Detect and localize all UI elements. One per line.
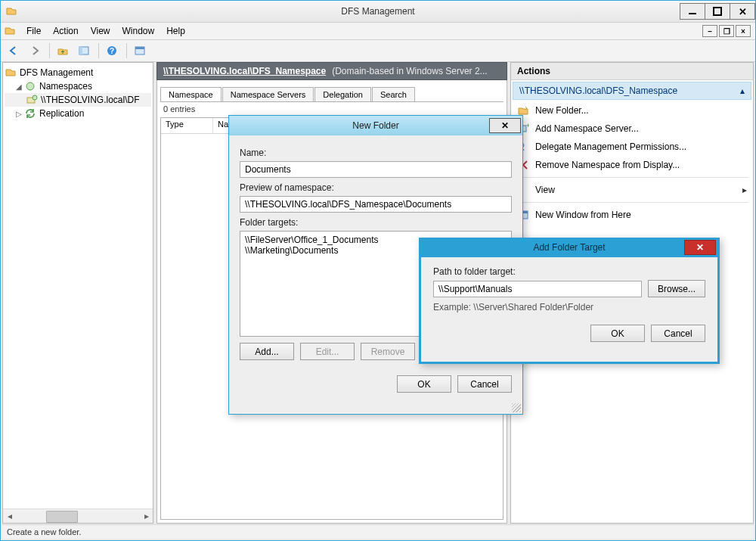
actions-namespace-header[interactable]: \\THESOLVING.local\DFS_Namespace ▴ [513,82,751,100]
action-new-folder[interactable]: New Folder... [511,101,753,120]
menu-file[interactable]: File [20,23,47,39]
menu-action[interactable]: Action [47,23,84,39]
preview-input [240,196,512,213]
help-button[interactable]: ? [102,41,122,61]
browse-button[interactable]: Browse... [648,280,705,297]
menu-help[interactable]: Help [160,23,191,39]
show-hide-tree-button[interactable] [74,41,94,61]
replication-icon [24,107,36,120]
action-new-folder-label: New Folder... [535,105,589,116]
back-button[interactable] [4,41,23,61]
svg-rect-3 [79,47,82,54]
tab-search[interactable]: Search [372,87,415,101]
col-type[interactable]: Type [161,118,213,133]
toolbar: ? [1,40,755,62]
action-delegate[interactable]: Delegate Management Permissions... [511,138,753,156]
collapse-icon[interactable]: ◢ [15,82,23,91]
tab-namespace[interactable]: Namespace [160,87,222,101]
tree-pane: DFS Management ◢ Namespaces \\THESOLVING… [2,62,153,524]
actions-title: Actions [511,63,753,80]
add-target-title: Add Folder Target [421,242,717,253]
new-folder-titlebar[interactable]: New Folder ✕ [229,116,522,135]
action-add-ns-server[interactable]: + Add Namespace Server... [511,120,753,138]
mdi-restore-button[interactable]: ❐ [719,25,734,37]
action-view[interactable]: View ▸ [511,181,753,199]
tree-namespaces[interactable]: ◢ Namespaces [5,79,151,93]
action-add-ns-server-label: Add Namespace Server... [535,123,639,134]
mdi-minimize-button[interactable]: – [702,25,717,37]
tab-namespace-servers[interactable]: Namespace Servers [222,87,314,101]
new-folder-footer: OK Cancel [229,369,522,403]
action-separator [516,202,748,203]
svg-text:?: ? [110,47,114,55]
svg-point-10 [33,95,37,100]
dfs-root-icon [5,67,17,79]
edit-target-button[interactable]: Edit... [300,343,355,360]
path-input[interactable] [433,281,642,297]
tree-namespace-item[interactable]: \\THESOLVING.local\DF [5,93,151,107]
tree-root-label: DFS Management [20,67,93,78]
action-new-window[interactable]: New Window from Here [511,206,753,224]
action-remove-display[interactable]: Remove Namespace from Display... [511,156,753,174]
add-target-titlebar[interactable]: Add Folder Target ✕ [421,238,717,257]
menu-view[interactable]: View [85,23,116,39]
menu-window[interactable]: Window [116,23,161,39]
window-title: DFS Management [1,6,755,17]
name-input[interactable] [240,161,512,178]
entry-count: 0 entries [157,102,507,116]
add-target-ok-button[interactable]: OK [590,325,645,342]
toolbar-separator [98,43,99,58]
tree-replication-label: Replication [39,108,84,119]
namespace-item-icon [26,94,38,106]
add-target-body: Path to folder target: Browse... Example… [421,257,717,320]
remove-target-button[interactable]: Remove [361,343,415,360]
tree-hscrollbar[interactable]: ◂ ▸ [3,508,153,523]
collapse-arrow-icon: ▴ [740,86,745,96]
action-separator [516,177,748,178]
action-delegate-label: Delegate Management Permissions... [535,141,686,152]
up-button[interactable] [53,41,73,61]
tree-namespace-item-label: \\THESOLVING.local\DF [41,95,139,105]
scroll-right-button[interactable]: ▸ [140,510,153,522]
new-window-button[interactable] [130,41,150,61]
scroll-track[interactable] [16,510,140,522]
tab-delegation[interactable]: Delegation [314,87,371,101]
namespaces-icon [24,80,36,92]
new-folder-title: New Folder [229,120,522,131]
path-label: Path to folder target: [433,266,705,277]
tabs: Namespace Namespace Servers Delegation S… [157,80,507,101]
submenu-arrow-icon: ▸ [742,185,747,195]
scroll-left-button[interactable]: ◂ [3,510,16,522]
tree-namespaces-label: Namespaces [39,81,92,92]
tree-root[interactable]: DFS Management [5,66,151,79]
action-remove-display-label: Remove Namespace from Display... [535,160,680,170]
action-view-label: View [535,185,555,195]
mdi-close-button[interactable]: × [736,25,751,37]
add-target-cancel-button[interactable]: Cancel [651,325,705,342]
new-folder-ok-button[interactable]: OK [397,375,451,393]
path-text: \\THESOLVING.local\DFS_Namespace [163,66,326,76]
mdi-controls: – ❐ × [702,25,751,37]
expand-icon[interactable]: ▷ [15,110,23,118]
statusbar: Create a new folder. [2,524,754,539]
targets-label: Folder targets: [240,217,512,228]
mmc-icon [4,25,16,37]
actions-namespace-label: \\THESOLVING.local\DFS_Namespace [519,86,677,96]
add-folder-target-dialog: Add Folder Target ✕ Path to folder targe… [419,238,720,364]
forward-button[interactable] [25,41,45,61]
add-target-footer: OK Cancel [421,320,717,351]
status-text: Create a new folder. [7,527,81,536]
action-new-window-label: New Window from Here [535,210,631,220]
toolbar-separator [126,43,127,58]
tree-replication[interactable]: ▷ Replication [5,107,151,120]
titlebar: DFS Management ✕ [1,1,755,23]
resize-grip[interactable] [512,403,521,412]
menubar: File Action View Window Help – ❐ × [1,23,755,40]
scroll-thumb[interactable] [46,511,78,523]
tree[interactable]: DFS Management ◢ Namespaces \\THESOLVING… [3,63,153,508]
add-target-button[interactable]: Add... [240,343,294,360]
svg-text:+: + [526,123,529,129]
new-folder-cancel-button[interactable]: Cancel [457,375,512,393]
toolbar-separator [49,43,50,58]
example-label: Example: \\Server\Shared Folder\Folder [433,302,705,312]
